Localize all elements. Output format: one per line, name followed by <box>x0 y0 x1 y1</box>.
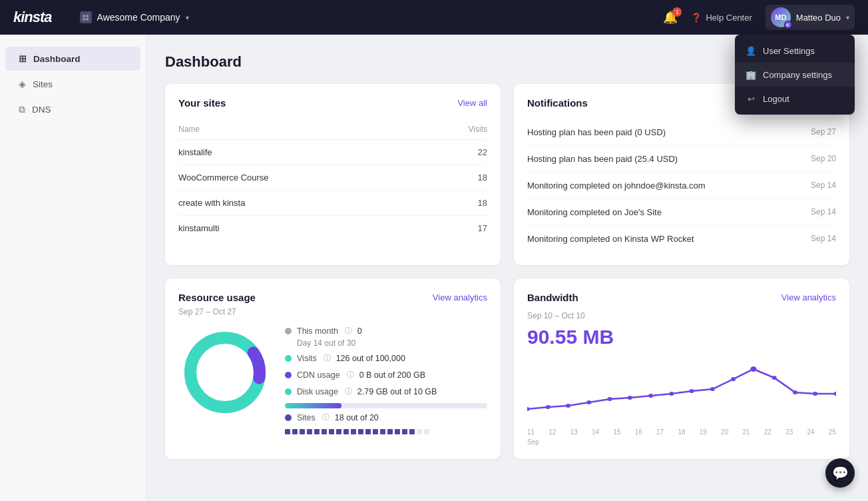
dropdown-label-user-settings: User Settings <box>763 46 815 56</box>
svg-rect-2 <box>83 18 85 21</box>
dropdown-label-logout: Logout <box>763 94 789 104</box>
dropdown-item-company-settings[interactable]: 🏢 Company settings <box>735 63 855 87</box>
avatar-initials: MD <box>775 13 786 21</box>
topnav-right: 🔔 1 ❓ Help Center MD K Matteo Duo ▾ <box>663 5 855 30</box>
topnav: kinsta Awesome Company ▾ 🔔 1 ❓ Help Cent… <box>0 0 868 35</box>
company-switcher[interactable]: Awesome Company ▾ <box>73 7 196 27</box>
chevron-down-icon: ▾ <box>186 14 189 21</box>
user-settings-icon: 👤 <box>746 45 756 56</box>
dropdown-item-logout[interactable]: ↩ Logout <box>735 87 855 111</box>
company-icon <box>80 11 92 23</box>
avatar: MD K <box>771 7 791 27</box>
chat-button[interactable]: 💬 <box>825 458 855 488</box>
company-settings-icon: 🏢 <box>746 69 756 80</box>
user-name: Matteo Duo <box>796 13 841 23</box>
svg-rect-0 <box>83 15 85 17</box>
svg-rect-3 <box>86 18 89 21</box>
help-label: Help Center <box>706 13 752 23</box>
logout-icon: ↩ <box>746 93 756 104</box>
dropdown-item-user-settings[interactable]: 👤 User Settings <box>735 39 855 63</box>
user-menu-button[interactable]: MD K Matteo Duo ▾ <box>765 5 855 30</box>
dropdown-label-company-settings: Company settings <box>763 70 832 80</box>
notifications-button[interactable]: 🔔 1 <box>663 10 678 25</box>
user-chevron-icon: ▾ <box>846 14 849 21</box>
avatar-badge: K <box>784 21 792 29</box>
svg-rect-1 <box>86 15 89 17</box>
help-center-button[interactable]: ❓ Help Center <box>691 13 752 23</box>
logo: kinsta <box>13 9 52 26</box>
company-name: Awesome Company <box>97 12 180 23</box>
help-icon: ❓ <box>691 13 702 23</box>
user-dropdown-menu: 👤 User Settings 🏢 Company settings ↩ Log… <box>735 35 855 115</box>
notification-badge: 1 <box>672 7 682 17</box>
